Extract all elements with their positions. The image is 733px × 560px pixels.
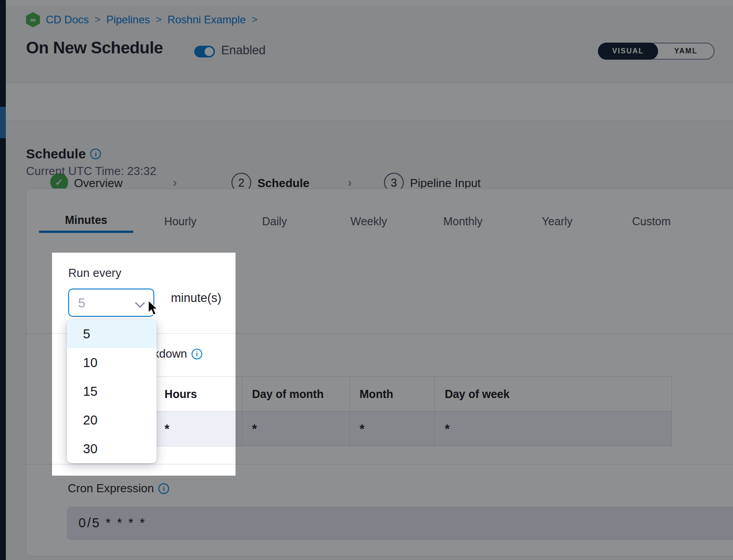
minutes-select-value: 5 — [78, 296, 85, 311]
minutes-select[interactable]: 5 — [68, 289, 154, 317]
info-icon[interactable] — [192, 349, 202, 359]
tab-custom[interactable]: Custom — [604, 210, 698, 233]
toggle-knob — [205, 47, 214, 56]
dropdown-option-30[interactable]: 30 — [67, 434, 157, 463]
cell-hours: * — [155, 411, 242, 446]
cell-month: * — [350, 411, 435, 446]
current-utc-time: Current UTC Time: 23:32 — [26, 164, 156, 178]
col-day-of-month: Day of month — [242, 377, 350, 411]
visual-button[interactable]: VISUAL — [598, 43, 658, 60]
cron-expression-label: Cron Expression — [68, 481, 154, 495]
info-icon[interactable] — [158, 483, 169, 494]
table-row: 0/5 * * * * — [67, 411, 672, 446]
dropdown-option-15[interactable]: 15 — [67, 377, 157, 406]
dropdown-option-5[interactable]: 5 — [67, 319, 157, 348]
tab-weekly[interactable]: Weekly — [322, 210, 416, 233]
visual-yaml-toggle: VISUAL YAML — [598, 43, 715, 60]
trigger-schedule-page: ∞ CD Docs > Pipelines > Roshni Example >… — [0, 0, 733, 560]
info-icon[interactable] — [90, 149, 101, 159]
breadcrumb: ∞ CD Docs > Pipelines > Roshni Example > — [26, 12, 257, 28]
chevron-right-icon — [173, 175, 177, 190]
cell-day-of-week: * — [435, 411, 672, 446]
breakdown-table: Minutes Hours Day of month Month Day of … — [67, 376, 672, 446]
breadcrumb-separator: > — [95, 14, 100, 26]
dropdown-option-10[interactable]: 10 — [67, 348, 157, 377]
cron-expression-row: Cron Expression — [68, 481, 169, 495]
page-title: On New Schedule — [26, 39, 163, 57]
yaml-button[interactable]: YAML — [658, 44, 714, 59]
tab-monthly[interactable]: Monthly — [416, 210, 510, 233]
tab-daily[interactable]: Daily — [227, 210, 322, 233]
top-strip — [6, 0, 733, 7]
breadcrumb-separator: > — [252, 14, 257, 26]
run-every-label: Run every — [68, 266, 122, 280]
col-hours: Hours — [155, 377, 242, 411]
wizard-step-bar: Overview 2 Schedule 3 Pipeline Input — [6, 83, 733, 121]
section-divider — [26, 464, 733, 464]
frequency-tabs: Minutes Hourly Daily Weekly Monthly Year… — [39, 210, 698, 233]
breadcrumb-pipelines[interactable]: Pipelines — [106, 13, 150, 26]
breadcrumb-separator: > — [156, 14, 161, 26]
chevron-down-icon — [135, 298, 145, 308]
tab-yearly[interactable]: Yearly — [510, 210, 604, 233]
cron-expression-input[interactable]: 0/5 * * * * — [67, 507, 733, 540]
enabled-label: Enabled — [221, 44, 266, 57]
cd-module-icon: ∞ — [26, 12, 40, 27]
cell-day-of-month: * — [242, 411, 350, 446]
breadcrumb-cd-docs[interactable]: CD Docs — [46, 13, 89, 26]
chevron-right-icon — [348, 175, 352, 190]
left-nav-active-indicator — [0, 107, 6, 138]
tab-hourly[interactable]: Hourly — [133, 210, 227, 233]
left-nav-rail — [0, 0, 6, 560]
table-header-row: Minutes Hours Day of month Month Day of … — [67, 377, 672, 411]
breadcrumb-pipeline-name[interactable]: Roshni Example — [167, 13, 246, 26]
minutes-dropdown-menu: 5 10 15 20 30 — [67, 319, 157, 463]
enabled-toggle[interactable] — [194, 46, 215, 57]
schedule-heading-row: Schedule — [26, 146, 101, 162]
minutes-unit-label: minute(s) — [171, 291, 222, 305]
tab-minutes[interactable]: Minutes — [39, 210, 133, 233]
col-day-of-week: Day of week — [435, 377, 672, 411]
dropdown-option-20[interactable]: 20 — [67, 406, 157, 434]
cron-expression-value: 0/5 * * * * — [79, 516, 146, 530]
schedule-heading: Schedule — [26, 146, 86, 162]
col-month: Month — [350, 377, 435, 411]
